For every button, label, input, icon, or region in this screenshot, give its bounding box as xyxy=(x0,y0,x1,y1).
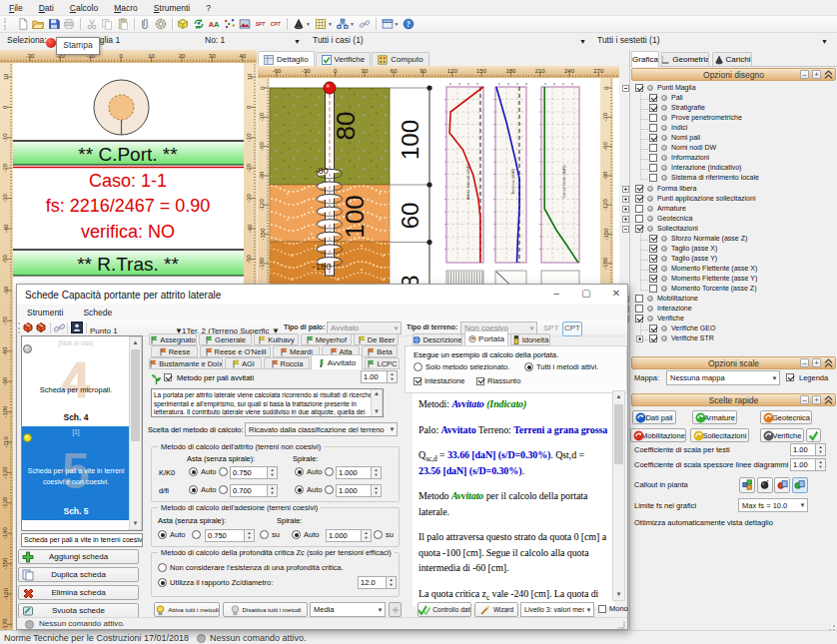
tree-item[interactable]: Geotecnica xyxy=(630,215,837,225)
tree-item[interactable]: Prove penetrometriche xyxy=(630,114,837,124)
report-scrollbar[interactable]: ▲▼ xyxy=(612,390,625,601)
pin-chevron-icon[interactable] xyxy=(823,395,833,405)
toolbar-scatter-button[interactable] xyxy=(222,17,238,32)
toolbar-help-button[interactable]: ? xyxy=(402,17,418,32)
tree-checkbox[interactable] xyxy=(649,324,657,332)
auto-radio-on[interactable] xyxy=(189,485,198,494)
tree-checkbox[interactable] xyxy=(635,225,643,233)
expand-plus-icon[interactable] xyxy=(622,196,629,203)
wizard-button[interactable]: Wizard xyxy=(474,602,518,617)
value-radio-off[interactable] xyxy=(192,530,201,539)
toolbar-save-button[interactable] xyxy=(46,17,62,32)
scheda-card-4[interactable]: (Non in uso)4Scheda per micropali.Sch. 4 xyxy=(22,337,130,425)
tree-checkbox[interactable] xyxy=(635,215,643,223)
toolbar-fonts-button[interactable]: AA xyxy=(207,17,223,32)
mappa-combo[interactable]: Nessuna mappa▼ xyxy=(666,370,780,385)
method-tab-reese[interactable]: Reese xyxy=(151,345,198,357)
numero-combo-text[interactable]: No: 1 xyxy=(205,35,225,45)
spt-toggle[interactable]: SPT xyxy=(543,323,559,332)
method-tab-assegnato[interactable]: Assegnato xyxy=(149,333,197,345)
tree-checkbox[interactable] xyxy=(649,124,657,132)
report-tab-descrizione[interactable]: Descrizione xyxy=(413,333,462,345)
apply-check-button[interactable] xyxy=(806,428,821,442)
solo-metodo-radio-off[interactable] xyxy=(414,362,422,371)
livello-combo[interactable]: Livello 3: valori med▼ xyxy=(520,602,594,617)
expand-button[interactable]: + xyxy=(812,358,821,367)
menu-item-help[interactable]: ? xyxy=(199,0,218,14)
su-radio-off[interactable] xyxy=(260,530,269,539)
cpt-toggle[interactable]: CPT xyxy=(562,322,582,336)
tree-item[interactable]: Momento Flettente (asse X) xyxy=(630,265,837,275)
quick-dati pali-button[interactable]: Dati pali xyxy=(632,410,676,424)
tree-checkbox[interactable] xyxy=(649,164,657,172)
dropdown-arrow-icon[interactable]: ▼ xyxy=(395,21,400,27)
tree-item[interactable]: Stratigrafie xyxy=(630,104,837,114)
collapse-minus-icon[interactable] xyxy=(622,85,629,92)
auto-radio-on[interactable] xyxy=(295,467,304,476)
resize-grip[interactable] xyxy=(826,618,836,628)
scroll-up-icon[interactable]: ▲ xyxy=(613,391,624,402)
toolbar-wheel-button[interactable] xyxy=(153,17,169,32)
toolbar-cone-button[interactable]: ▼ xyxy=(291,17,313,32)
tree-checkbox[interactable] xyxy=(635,205,643,213)
scheda-card-5-selected[interactable]: [1]5Scheda per pali a vite in terrenicoe… xyxy=(22,426,130,520)
report-text-area[interactable]: Metodi: Avvitato (Indicato)Palo: Avvitat… xyxy=(413,390,614,607)
method-tab-reese-e-o-neill[interactable]: Reese e O'Neill xyxy=(200,345,271,357)
tree-checkbox[interactable] xyxy=(649,275,657,283)
tree-checkbox[interactable] xyxy=(635,295,643,303)
adesione-spirale-spinner[interactable]: 1.000▲▼ xyxy=(326,529,372,542)
tab-verifiche[interactable]: Verifiche xyxy=(316,52,372,66)
toolbar-box3d-button[interactable] xyxy=(176,17,192,32)
tree-item[interactable]: Interazione (indicativo) xyxy=(630,164,837,174)
menu-item-file[interactable]: File xyxy=(2,0,30,14)
dialog-menu-strumenti[interactable]: Strumenti xyxy=(17,305,73,318)
spinner-arrows-icon[interactable]: ▲▼ xyxy=(816,443,826,456)
toolbar-org-button[interactable]: ▼ xyxy=(335,17,357,32)
toolbar-print-button[interactable] xyxy=(62,17,78,32)
tree-item[interactable]: Nomi nodi DW xyxy=(630,144,837,154)
svuota-schede-button[interactable]: Svuota schede xyxy=(18,603,139,618)
limite-fs-combo[interactable]: Max fs = 10.0▼ xyxy=(738,498,808,512)
no-zc-radio-off[interactable] xyxy=(158,563,167,572)
asta-spinner[interactable]: 0.700▲▼ xyxy=(230,484,278,497)
coeff-linee-spinner[interactable]: 1.00▲▼ xyxy=(790,458,826,471)
toolbar-cpt-button[interactable]: CPT xyxy=(269,17,285,32)
method-tab-avvitato[interactable]: Avvitato xyxy=(311,354,363,369)
toolbar-spt-button[interactable]: SPT xyxy=(253,17,269,32)
spirale-spinner[interactable]: 1.000▲▼ xyxy=(336,466,382,479)
tutti-metodi-radio-on[interactable] xyxy=(524,362,533,371)
dialog-menu-schede[interactable]: Schede xyxy=(73,305,122,318)
su-radio-off[interactable] xyxy=(374,530,383,539)
combo-arrow-icon[interactable]: ▼ xyxy=(821,38,828,45)
combo-arrow-icon[interactable]: ▼ xyxy=(294,38,301,45)
spinner-arrows-icon[interactable]: ▲▼ xyxy=(816,458,826,471)
tree-item[interactable]: Sistema di riferimento locale xyxy=(630,174,837,184)
tree-checkbox[interactable] xyxy=(649,174,657,182)
description-scrollbar[interactable]: ▲▼ xyxy=(371,389,383,416)
duplica-scheda-button[interactable]: Duplica scheda xyxy=(18,567,139,582)
tree-item[interactable]: Indici xyxy=(630,124,837,134)
combo-arrow-icon[interactable]: ▼ xyxy=(376,607,385,613)
tree-item[interactable]: Interazione xyxy=(630,305,837,315)
auto-radio-on[interactable] xyxy=(158,530,167,539)
print-card-button[interactable] xyxy=(22,322,34,334)
toolbar-user-sync-button[interactable] xyxy=(191,17,207,32)
value-radio-off[interactable] xyxy=(219,467,228,476)
controllo-dati-button[interactable]: Controllo dati xyxy=(418,602,471,617)
elimina-scheda-button[interactable]: Elimina scheda xyxy=(18,585,139,600)
tree-item[interactable]: Armature xyxy=(630,205,837,215)
combo-arrow-icon[interactable]: ▼ xyxy=(798,502,807,508)
tree-checkbox[interactable] xyxy=(649,334,657,342)
tree-item[interactable]: Verifiche GEO xyxy=(630,324,837,334)
toolbar-open-folder-button[interactable] xyxy=(31,17,47,32)
callout1-button[interactable] xyxy=(739,477,755,493)
combo-arrow-icon[interactable]: ▼ xyxy=(770,375,779,381)
auto-radio-on[interactable] xyxy=(295,485,304,494)
tree-item[interactable]: Sollecitazioni xyxy=(630,225,837,235)
dropdown-arrow-icon[interactable]: ▼ xyxy=(328,21,333,27)
tree-item[interactable]: Forma libera xyxy=(630,185,837,195)
expand-button[interactable]: + xyxy=(812,395,821,404)
tree-checkbox[interactable] xyxy=(649,285,657,293)
close-button[interactable]: ✕ xyxy=(601,285,631,304)
tree-item[interactable]: Informazioni xyxy=(630,154,837,164)
